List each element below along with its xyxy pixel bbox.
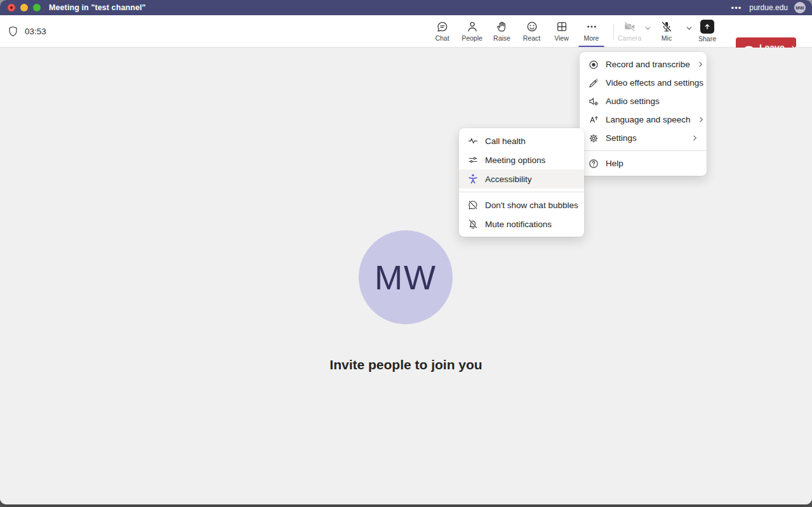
video-effects-icon — [588, 77, 599, 89]
camera-options-chevron[interactable] — [642, 23, 653, 34]
record-icon — [588, 59, 599, 70]
mic-off-icon — [660, 20, 673, 33]
call-health-icon — [467, 135, 479, 147]
toolbar-main-buttons: Chat People Raise React — [427, 15, 606, 47]
people-button[interactable]: People — [457, 15, 487, 47]
close-window-button[interactable] — [8, 4, 15, 11]
share-button[interactable]: Share — [698, 15, 716, 47]
window-title: Meeting in "test channel" — [49, 3, 146, 12]
accessibility-icon — [467, 173, 479, 185]
account-avatar[interactable]: MW — [794, 2, 806, 13]
language-icon — [588, 114, 599, 126]
more-icon — [585, 20, 598, 33]
bell-off-icon — [467, 218, 479, 230]
menu-item-language-and-speech[interactable]: Language and speech — [580, 110, 707, 129]
chevron-down-icon — [685, 24, 693, 32]
toolbar-separator — [613, 23, 614, 40]
menu-item-call-health[interactable]: Call health — [459, 131, 584, 150]
mic-options-chevron[interactable] — [684, 23, 695, 34]
chat-button[interactable]: Chat — [427, 15, 457, 47]
menu-item-help[interactable]: Help — [580, 154, 707, 173]
menu-divider — [580, 150, 707, 151]
view-icon — [556, 20, 568, 33]
meeting-toolbar: 03:53 Chat People Raise — [0, 15, 812, 48]
chevron-right-icon — [696, 60, 705, 69]
share-icon — [700, 20, 714, 34]
shield-icon — [7, 25, 19, 37]
menu-item-settings[interactable]: Settings — [580, 129, 707, 147]
window-controls — [8, 4, 41, 11]
invite-text: Invite people to join you — [0, 357, 812, 372]
audio-settings-icon — [588, 96, 599, 107]
camera-off-icon — [623, 20, 636, 33]
teams-meeting-window: Meeting in "test channel" ••• purdue.edu… — [0, 0, 812, 504]
account-domain: purdue.edu — [749, 3, 788, 12]
chat-bubble-off-icon — [467, 199, 479, 211]
titlebar-overflow-menu[interactable]: ••• — [731, 3, 742, 13]
help-icon — [588, 158, 599, 169]
titlebar: Meeting in "test channel" ••• purdue.edu… — [0, 0, 812, 15]
menu-item-video-effects[interactable]: Video effects and settings — [580, 74, 707, 92]
menu-item-mute-notifications[interactable]: Mute notifications — [459, 214, 584, 234]
people-icon — [466, 20, 479, 33]
raise-hand-button[interactable]: Raise — [487, 15, 517, 47]
chevron-down-icon — [644, 24, 652, 32]
minimize-window-button[interactable] — [20, 4, 28, 11]
menu-item-dont-show-chat-bubbles[interactable]: Don't show chat bubbles — [459, 195, 584, 214]
context-menu: Call health Meeting options Accessibilit… — [459, 128, 584, 237]
more-menu: Record and transcribe Video effects and … — [580, 52, 707, 176]
react-button[interactable]: React — [517, 15, 547, 47]
chevron-right-icon — [697, 115, 705, 124]
meeting-timer: 03:53 — [7, 15, 46, 47]
camera-button[interactable]: Camera — [618, 15, 641, 47]
react-icon — [526, 20, 538, 33]
more-button[interactable]: More — [576, 15, 606, 47]
menu-item-record-and-transcribe[interactable]: Record and transcribe — [580, 55, 707, 74]
mic-button[interactable]: Mic — [660, 15, 673, 47]
timer-text: 03:53 — [25, 27, 46, 36]
raise-hand-icon — [496, 20, 509, 33]
menu-item-accessibility[interactable]: Accessibility — [459, 169, 584, 188]
settings-gear-icon — [588, 133, 599, 144]
menu-item-meeting-options[interactable]: Meeting options — [459, 150, 584, 169]
menu-item-audio-settings[interactable]: Audio settings — [580, 92, 707, 110]
menu-divider — [459, 192, 584, 192]
participant-avatar: MW — [359, 230, 453, 324]
chat-icon — [436, 20, 449, 33]
chevron-right-icon — [691, 134, 699, 142]
zoom-window-button[interactable] — [33, 4, 41, 11]
meeting-options-icon — [467, 154, 479, 166]
view-button[interactable]: View — [547, 15, 576, 47]
